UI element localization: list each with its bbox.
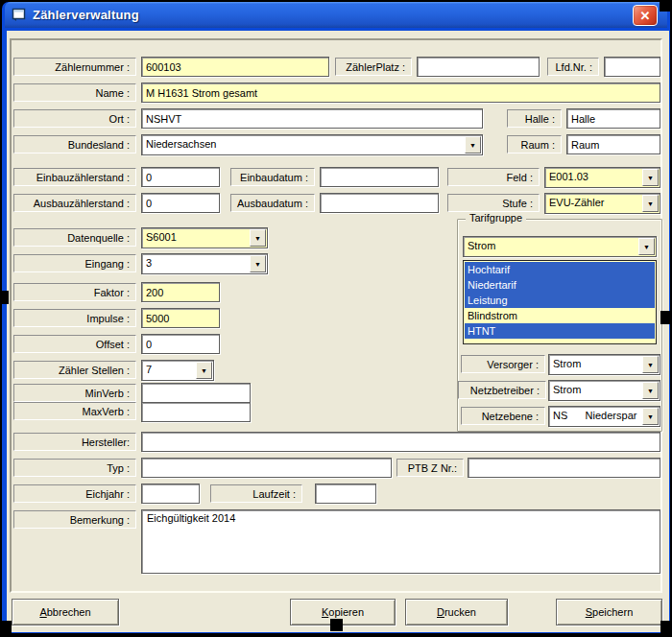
einbauzaehlerstand-input[interactable] — [141, 167, 220, 187]
bundesland-dropdown[interactable]: Niedersachsen ▼ — [141, 134, 483, 155]
faktor-input[interactable] — [141, 282, 220, 302]
stufe-value: EVU-Zähler — [545, 194, 641, 213]
tarif-list-item[interactable]: HTNT — [465, 323, 655, 339]
ausbauzaehlerstand-input[interactable] — [141, 193, 220, 213]
abbrechen-button-label: Abbrechen — [39, 606, 90, 618]
datenquelle-label: Datenquelle : — [13, 228, 136, 247]
resize-handle-bottom-center[interactable] — [330, 619, 343, 631]
tarif-list-item[interactable]: Leistung — [465, 293, 655, 308]
chevron-down-icon[interactable]: ▼ — [465, 136, 481, 153]
hersteller-input[interactable] — [141, 432, 660, 452]
tarif-list-item[interactable]: Blindstrom — [465, 308, 655, 323]
resize-handle-top-right[interactable] — [660, 0, 672, 12]
resize-handle-bottom-right[interactable] — [660, 621, 672, 633]
hersteller-label: Hersteller: — [13, 433, 136, 451]
zaehlernummer-label: Zählernummer : — [13, 58, 136, 76]
stufe-label: Stufe : — [447, 194, 540, 212]
offset-input[interactable] — [141, 334, 220, 354]
impulse-label: Impulse : — [13, 309, 136, 327]
chevron-down-icon[interactable]: ▼ — [196, 362, 212, 379]
offset-label: Offset : — [13, 335, 136, 353]
kopieren-button[interactable]: Kopieren — [290, 599, 396, 625]
netzebene-dropdown[interactable]: NS Niederspar ▼ — [548, 406, 660, 427]
ausbaudatum-input[interactable] — [320, 193, 439, 213]
einbaudatum-label: Einbaudatum : — [230, 168, 315, 186]
speichern-button-label: Speichern — [586, 606, 634, 618]
resize-handle-bottom-left[interactable] — [0, 621, 12, 633]
eichjahr-label: Eichjahr : — [13, 484, 136, 503]
netzebene-label: Netzebene : — [461, 407, 545, 425]
drucken-button-label: Drucken — [437, 606, 476, 618]
bundesland-label: Bundesland : — [13, 135, 136, 153]
typ-input[interactable] — [141, 458, 392, 478]
eingang-dropdown[interactable]: 3 ▼ — [141, 253, 268, 274]
minverb-input[interactable] — [141, 383, 251, 403]
client-area: Zählernummer : ZählerPlatz : Lfd.Nr. : N… — [7, 31, 669, 632]
name-label: Name : — [13, 83, 136, 102]
faktor-label: Faktor : — [13, 283, 136, 301]
tarifgruppe-value: Strom — [464, 237, 637, 256]
ausbaudatum-label: Ausbaudatum : — [230, 194, 315, 212]
einbaudatum-input[interactable] — [320, 167, 439, 187]
feld-dropdown[interactable]: E001.03 ▼ — [544, 167, 660, 188]
raum-label: Raum : — [507, 135, 562, 153]
ptbznr-input[interactable] — [468, 458, 660, 478]
raum-input[interactable] — [566, 134, 660, 154]
window-title: Zählerverwaltung — [33, 8, 139, 22]
stufe-dropdown[interactable]: EVU-Zähler ▼ — [544, 193, 660, 214]
zaehler-stellen-label: Zähler Stellen : — [13, 361, 136, 379]
eingang-label: Eingang : — [13, 254, 136, 272]
datenquelle-dropdown[interactable]: S6001 ▼ — [141, 227, 268, 248]
chevron-down-icon[interactable]: ▼ — [642, 408, 659, 425]
speichern-button[interactable]: Speichern — [556, 599, 662, 625]
laufzeit-label: Laufzeit : — [210, 484, 302, 503]
chevron-down-icon[interactable]: ▼ — [642, 356, 659, 373]
halle-label: Halle : — [507, 109, 562, 128]
ort-input[interactable] — [141, 108, 483, 129]
einbauzaehlerstand-label: Einbauzählerstand : — [13, 168, 136, 186]
minverb-label: MinVerb : — [13, 384, 136, 402]
abbrechen-button[interactable]: Abbrechen — [12, 599, 119, 625]
tarif-list[interactable]: Hochtarif Niedertarif Leistung Blindstro… — [463, 260, 657, 344]
tarif-list-item[interactable]: Hochtarif — [465, 262, 655, 277]
drucken-button[interactable]: Drucken — [405, 599, 508, 625]
netzbetreiber-value: Strom — [549, 381, 641, 400]
resize-handle-right[interactable] — [660, 311, 672, 324]
netzebene-value: NS Niederspar — [549, 407, 641, 426]
versorger-dropdown[interactable]: Strom ▼ — [548, 354, 660, 375]
zaehler-stellen-dropdown[interactable]: 7 ▼ — [141, 360, 214, 381]
chevron-down-icon[interactable]: ▼ — [250, 229, 266, 247]
eichjahr-input[interactable] — [141, 484, 200, 504]
desktop-background: Zählerverwaltung ✕ Zählernummer : Zähler… — [0, 0, 672, 637]
app-window: Zählerverwaltung ✕ Zählernummer : Zähler… — [2, 2, 670, 633]
impulse-input[interactable] — [141, 308, 220, 328]
laufzeit-input[interactable] — [315, 484, 376, 504]
kopieren-button-label: Kopieren — [322, 606, 364, 618]
feld-value: E001.03 — [545, 168, 641, 187]
ausbauzaehlerstand-label: Ausbauzählerstand : — [13, 194, 136, 212]
zaehlernummer-input[interactable] — [141, 57, 329, 77]
halle-input[interactable] — [566, 108, 660, 129]
lfdnr-input[interactable] — [604, 57, 660, 77]
maxverb-input[interactable] — [141, 402, 251, 422]
netzbetreiber-label: Netzbetreiber : — [458, 381, 546, 399]
chevron-down-icon[interactable]: ▼ — [638, 238, 655, 255]
eingang-value: 3 — [142, 254, 249, 273]
tarifgruppe-dropdown[interactable]: Strom ▼ — [463, 236, 657, 257]
close-icon[interactable]: ✕ — [633, 5, 658, 26]
bemerkung-input[interactable]: Eichgültigkeit 2014 — [141, 509, 660, 574]
feld-label: Feld : — [447, 168, 540, 186]
chevron-down-icon[interactable]: ▼ — [642, 195, 659, 212]
chevron-down-icon[interactable]: ▼ — [250, 255, 266, 272]
bundesland-value: Niedersachsen — [142, 135, 464, 154]
name-input[interactable] — [141, 83, 660, 103]
tarif-list-item[interactable]: Niedertarif — [465, 277, 655, 293]
chevron-down-icon[interactable]: ▼ — [642, 382, 659, 399]
chevron-down-icon[interactable]: ▼ — [642, 169, 659, 186]
zaehlerplatz-input[interactable] — [417, 57, 540, 77]
resize-handle-left[interactable] — [0, 291, 9, 304]
form-icon[interactable] — [12, 8, 27, 22]
zaehlerplatz-label: ZählerPlatz : — [335, 58, 412, 76]
title-bar[interactable]: Zählerverwaltung ✕ — [5, 2, 667, 28]
netzbetreiber-dropdown[interactable]: Strom ▼ — [548, 380, 660, 401]
